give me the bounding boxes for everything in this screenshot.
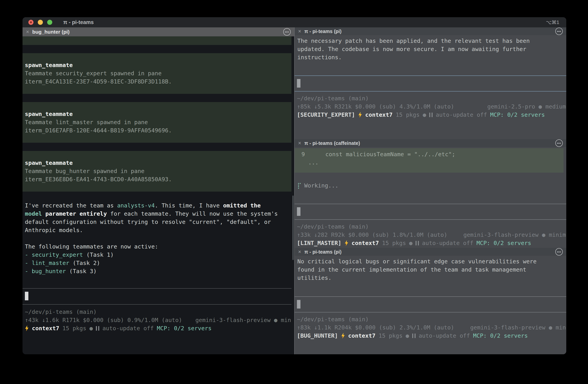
working-directory: ~/dev/pi-teams (main) (25, 308, 292, 316)
lightning-icon (25, 325, 29, 331)
lightning-icon (344, 240, 348, 246)
prompt-input[interactable] (22, 288, 292, 305)
token-stats-line: ↑83k ↓1.1k R204k $0.000 (sub) 2.3%/1.0M … (297, 323, 566, 332)
spinner-icon: ⡏ (297, 182, 301, 189)
mcp-servers-status: MCP: 0/2 servers (473, 332, 528, 340)
teammates-heading: The following teammates are now active: (25, 242, 292, 251)
context7-label: context7 (32, 324, 59, 332)
terminal-window: π - pi-teams ⌥⌘1 × bug_hunter (pi) ••• s… (22, 17, 566, 354)
close-icon[interactable]: × (298, 28, 301, 34)
text-cursor (297, 79, 300, 88)
pause-icon (96, 326, 99, 331)
packages-count: 15 pkgs (382, 239, 406, 247)
pane-menu-icon[interactable]: ••• (555, 248, 563, 255)
context-status-line: [SECURITY_EXPERT] context7 15 pkgs ● aut… (297, 111, 566, 119)
window-title: π - pi-teams (63, 19, 94, 25)
pane-title: π - pi-teams (caffeinate) (304, 140, 360, 146)
auto-update-status: auto-update off (102, 324, 154, 332)
pause-icon (416, 241, 419, 245)
pane-title-bar[interactable]: × π - pi-teams (caffeinate) ••• (294, 139, 566, 147)
mcp-servers-status: MCP: 0/2 servers (157, 324, 211, 332)
packages-count: 15 pkgs (63, 324, 86, 332)
mcp-servers-status: MCP: 0/2 servers (476, 239, 531, 247)
token-stats: ↑43k ↓1.6k R171k $0.000 (sub) 0.9%/1.0M … (25, 316, 182, 324)
pane-title-bar[interactable]: × π - pi-teams (pi) ••• (294, 27, 566, 35)
tool-result-line: Teammate lint_master spawned in pane (25, 118, 289, 126)
status-bar: ~/dev/pi-teams (main) ↑85k ↓5.3k R321k $… (294, 92, 566, 120)
pane-lint-master: × π - pi-teams (caffeinate) ••• 9 const … (294, 139, 566, 248)
tool-result-line: iterm_EE36E8D6-EA41-4743-BCD0-A40A85850A… (25, 175, 289, 183)
close-icon[interactable]: × (298, 140, 301, 146)
auto-update-status: auto-update off (436, 111, 487, 119)
tool-result-line: Teammate bug_hunter spawned in pane (25, 167, 289, 175)
model-label: gemini-3-flash-preview ● min (470, 323, 566, 332)
token-stats: ↑33k ↓282 R92k $0.000 (sub) 1.8%/1.0M (a… (297, 231, 447, 239)
active-teammates-section: The following teammates are now active: … (22, 242, 292, 275)
tool-call-block: spawn_teammateTeammate security_expert s… (22, 53, 292, 94)
pane-menu-icon[interactable]: ••• (555, 28, 563, 35)
token-stats: ↑83k ↓1.1k R204k $0.000 (sub) 2.3%/1.0M … (297, 323, 454, 332)
context7-label: context7 (365, 111, 393, 119)
context-status-line: [LINT_MASTER] context7 15 pkgs ● auto-up… (297, 239, 566, 247)
context7-label: context7 (348, 332, 376, 340)
prompt-input[interactable] (294, 204, 566, 220)
left-pane-title: bug_hunter (pi) (32, 29, 70, 35)
pane-menu-icon[interactable]: ••• (555, 139, 563, 147)
text-cursor (25, 292, 28, 300)
agent-name-label: [SECURITY_EXPERT] (297, 111, 355, 119)
working-directory: ~/dev/pi-teams (main) (297, 94, 566, 102)
pane-bug-hunter: × π - pi-teams (pi) ••• No critical logi… (294, 248, 566, 354)
token-stats-line: ↑33k ↓282 R92k $0.000 (sub) 1.8%/1.0M (a… (297, 231, 566, 239)
context7-label: context7 (352, 239, 379, 247)
context-status-line: context7 15 pkgs ● auto-update off MCP: … (25, 324, 292, 332)
tool-call-block: spawn_teammateTeammate lint_master spawn… (22, 102, 292, 143)
pane-menu-icon[interactable]: ••• (283, 28, 291, 36)
working-directory: ~/dev/pi-teams (main) (297, 223, 566, 231)
teammate-list-item: - lint_master (Task 2) (25, 259, 292, 267)
auto-update-status: auto-update off (419, 332, 470, 340)
mcp-servers-status: MCP: 0/2 servers (490, 111, 545, 119)
prompt-input[interactable] (294, 296, 566, 312)
status-bar: ~/dev/pi-teams (main) ↑43k ↓1.6k R171k $… (22, 305, 292, 332)
auto-update-status: auto-update off (422, 239, 473, 247)
teammates-list: - security_expert (Task 1)- lint_master … (25, 251, 292, 275)
text-cursor (297, 207, 300, 216)
pane-security-expert: × π - pi-teams (pi) ••• The necessary pa… (294, 27, 566, 139)
model-label: gemini-3-flash-preview ● minim (463, 231, 566, 239)
window-shortcut-label: ⌥⌘1 (546, 19, 566, 25)
tool-result-line: Teammate security_expert spawned in pane (25, 69, 289, 77)
scrollbar-thumb[interactable] (293, 195, 294, 260)
packages-count: 15 pkgs (378, 332, 402, 340)
tool-call-block: spawn_teammateTeammate bug_hunter spawne… (22, 151, 292, 192)
teammate-list-item: - bug_hunter (Task 3) (25, 267, 292, 275)
dot-separator: ● (409, 239, 412, 247)
zoom-traffic-light[interactable] (47, 20, 52, 25)
assistant-message: I've recreated the team as analysts-v4. … (22, 201, 292, 234)
context-status-line: [BUG_HUNTER] context7 15 pkgs ● auto-upd… (297, 332, 566, 340)
agent-name-label: [LINT_MASTER] (297, 239, 341, 247)
tool-name: spawn_teammate (25, 61, 289, 69)
right-pane-stack: × π - pi-teams (pi) ••• The necessary pa… (294, 27, 566, 354)
status-bar: ~/dev/pi-teams (main) ↑83k ↓1.1k R204k $… (294, 312, 566, 341)
minimize-traffic-light[interactable] (38, 20, 43, 25)
pane-title-bar[interactable]: × π - pi-teams (pi) ••• (294, 248, 566, 256)
tool-name: spawn_teammate (25, 110, 289, 118)
teammate-list-item: - security_expert (Task 1) (25, 251, 292, 259)
working-directory: ~/dev/pi-teams (main) (297, 315, 566, 323)
assistant-message: No critical logical bugs or significant … (294, 256, 566, 282)
pane-title: π - pi-teams (pi) (304, 29, 342, 34)
prompt-input[interactable] (294, 76, 566, 92)
close-icon[interactable]: × (298, 249, 301, 255)
close-icon[interactable]: × (26, 29, 29, 35)
dot-separator: ● (423, 111, 426, 119)
dot-separator: ● (89, 324, 93, 332)
close-traffic-light[interactable] (28, 20, 33, 25)
text-cursor (297, 300, 300, 308)
left-pane-title-bar[interactable]: × bug_hunter (pi) ••• (22, 27, 294, 36)
pause-icon (429, 113, 433, 117)
assistant-message: The necessary patch has been applied, an… (294, 35, 566, 61)
left-pane: × bug_hunter (pi) ••• spawn_teammateTeam… (22, 27, 294, 354)
tool-result-line: iterm_E4CA131E-23E7-4D59-81EC-3DF8DF3D11… (25, 77, 289, 86)
lightning-icon (341, 333, 345, 339)
status-bar: ~/dev/pi-teams (main) ↑33k ↓282 R92k $0.… (294, 220, 566, 248)
